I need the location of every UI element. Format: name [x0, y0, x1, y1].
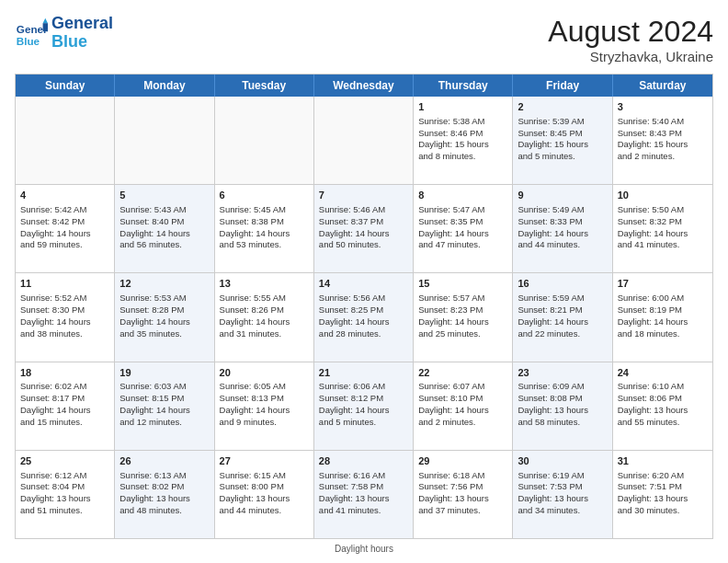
calendar-row: 1Sunrise: 5:38 AM Sunset: 8:46 PM Daylig…	[16, 97, 712, 184]
day-number: 17	[618, 277, 708, 291]
day-number: 25	[20, 454, 109, 468]
calendar-cell	[215, 97, 314, 184]
calendar-cell: 1Sunrise: 5:38 AM Sunset: 8:46 PM Daylig…	[414, 97, 513, 184]
day-number: 22	[418, 366, 507, 380]
calendar-cell: 9Sunrise: 5:49 AM Sunset: 8:33 PM Daylig…	[513, 185, 612, 272]
day-info: Sunrise: 6:18 AM Sunset: 7:56 PM Dayligh…	[418, 470, 507, 517]
calendar-cell: 28Sunrise: 6:16 AM Sunset: 7:58 PM Dayli…	[314, 451, 414, 538]
calendar-cell	[16, 97, 115, 184]
calendar-body: 1Sunrise: 5:38 AM Sunset: 8:46 PM Daylig…	[16, 97, 712, 538]
svg-text:Blue: Blue	[17, 34, 40, 46]
day-number: 23	[518, 366, 607, 380]
day-info: Sunrise: 5:43 AM Sunset: 8:40 PM Dayligh…	[119, 204, 209, 251]
calendar-cell: 19Sunrise: 6:03 AM Sunset: 8:15 PM Dayli…	[115, 362, 214, 450]
calendar-header-cell: Monday	[115, 75, 214, 97]
day-info: Sunrise: 6:16 AM Sunset: 7:58 PM Dayligh…	[319, 470, 408, 517]
calendar-cell: 25Sunrise: 6:12 AM Sunset: 8:04 PM Dayli…	[16, 451, 115, 538]
day-info: Sunrise: 5:53 AM Sunset: 8:28 PM Dayligh…	[119, 293, 209, 339]
calendar-cell	[314, 97, 414, 184]
day-number: 26	[119, 454, 209, 468]
calendar-cell: 16Sunrise: 5:59 AM Sunset: 8:21 PM Dayli…	[513, 273, 612, 361]
day-number: 11	[20, 277, 109, 291]
day-number: 5	[119, 189, 209, 202]
calendar-row: 25Sunrise: 6:12 AM Sunset: 8:04 PM Dayli…	[16, 450, 712, 538]
logo-icon: General Blue	[15, 17, 48, 50]
logo: General Blue General Blue	[15, 15, 113, 52]
day-info: Sunrise: 6:12 AM Sunset: 8:04 PM Dayligh…	[20, 470, 109, 517]
day-info: Sunrise: 6:07 AM Sunset: 8:10 PM Dayligh…	[418, 381, 507, 428]
day-number: 19	[119, 366, 209, 380]
day-info: Sunrise: 6:06 AM Sunset: 8:12 PM Dayligh…	[319, 381, 408, 428]
title-block: August 2024 Stryzhavka, Ukraine	[548, 15, 713, 64]
calendar-cell: 4Sunrise: 5:42 AM Sunset: 8:42 PM Daylig…	[16, 185, 115, 272]
calendar-cell: 31Sunrise: 6:20 AM Sunset: 7:51 PM Dayli…	[613, 451, 712, 538]
day-number: 20	[220, 366, 309, 380]
page: General Blue General Blue August 2024 St…	[0, 0, 728, 563]
day-info: Sunrise: 5:56 AM Sunset: 8:25 PM Dayligh…	[319, 293, 408, 339]
day-info: Sunrise: 6:20 AM Sunset: 7:51 PM Dayligh…	[618, 470, 708, 517]
day-number: 28	[319, 454, 408, 468]
calendar-cell: 13Sunrise: 5:55 AM Sunset: 8:26 PM Dayli…	[215, 273, 314, 361]
day-number: 21	[319, 366, 408, 380]
svg-marker-2	[43, 18, 48, 23]
calendar-cell: 11Sunrise: 5:52 AM Sunset: 8:30 PM Dayli…	[16, 273, 115, 361]
header: General Blue General Blue August 2024 St…	[15, 15, 713, 64]
calendar-cell: 3Sunrise: 5:40 AM Sunset: 8:43 PM Daylig…	[613, 97, 712, 184]
day-number: 18	[20, 366, 109, 380]
day-number: 7	[319, 189, 408, 202]
day-number: 14	[319, 277, 408, 291]
day-number: 10	[618, 189, 708, 202]
calendar-cell: 23Sunrise: 6:09 AM Sunset: 8:08 PM Dayli…	[513, 362, 612, 450]
day-info: Sunrise: 5:39 AM Sunset: 8:45 PM Dayligh…	[518, 116, 607, 163]
calendar-header-cell: Thursday	[414, 75, 513, 97]
calendar-cell: 18Sunrise: 6:02 AM Sunset: 8:17 PM Dayli…	[16, 362, 115, 450]
calendar-row: 4Sunrise: 5:42 AM Sunset: 8:42 PM Daylig…	[16, 184, 712, 272]
calendar-cell: 22Sunrise: 6:07 AM Sunset: 8:10 PM Dayli…	[414, 362, 513, 450]
calendar-cell: 24Sunrise: 6:10 AM Sunset: 8:06 PM Dayli…	[613, 362, 712, 450]
day-info: Sunrise: 5:46 AM Sunset: 8:37 PM Dayligh…	[319, 204, 408, 251]
calendar-cell: 5Sunrise: 5:43 AM Sunset: 8:40 PM Daylig…	[115, 185, 214, 272]
calendar-row: 18Sunrise: 6:02 AM Sunset: 8:17 PM Dayli…	[16, 362, 712, 450]
day-info: Sunrise: 6:09 AM Sunset: 8:08 PM Dayligh…	[518, 381, 607, 428]
location: Stryzhavka, Ukraine	[548, 49, 713, 64]
calendar-header-cell: Tuesday	[215, 75, 314, 97]
day-info: Sunrise: 6:03 AM Sunset: 8:15 PM Dayligh…	[119, 381, 209, 428]
day-info: Sunrise: 5:57 AM Sunset: 8:23 PM Dayligh…	[418, 293, 507, 339]
day-info: Sunrise: 6:00 AM Sunset: 8:19 PM Dayligh…	[618, 293, 708, 339]
calendar-cell: 26Sunrise: 6:13 AM Sunset: 8:02 PM Dayli…	[115, 451, 214, 538]
day-number: 9	[518, 189, 607, 202]
day-number: 6	[220, 189, 309, 202]
day-info: Sunrise: 5:50 AM Sunset: 8:32 PM Dayligh…	[618, 204, 708, 251]
calendar-cell: 10Sunrise: 5:50 AM Sunset: 8:32 PM Dayli…	[613, 185, 712, 272]
day-number: 30	[518, 454, 607, 468]
day-number: 3	[618, 100, 708, 114]
day-info: Sunrise: 6:05 AM Sunset: 8:13 PM Dayligh…	[220, 381, 309, 428]
calendar-header-cell: Wednesday	[314, 75, 414, 97]
day-number: 29	[418, 454, 507, 468]
day-number: 16	[518, 277, 607, 291]
day-info: Sunrise: 5:59 AM Sunset: 8:21 PM Dayligh…	[518, 293, 607, 339]
day-number: 8	[418, 189, 507, 202]
day-number: 13	[220, 277, 309, 291]
day-info: Sunrise: 5:47 AM Sunset: 8:35 PM Dayligh…	[418, 204, 507, 251]
day-info: Sunrise: 5:42 AM Sunset: 8:42 PM Dayligh…	[20, 204, 109, 251]
calendar-cell: 8Sunrise: 5:47 AM Sunset: 8:35 PM Daylig…	[414, 185, 513, 272]
calendar-cell: 30Sunrise: 6:19 AM Sunset: 7:53 PM Dayli…	[513, 451, 612, 538]
day-info: Sunrise: 6:13 AM Sunset: 8:02 PM Dayligh…	[119, 470, 209, 517]
day-number: 24	[618, 366, 708, 380]
day-info: Sunrise: 6:19 AM Sunset: 7:53 PM Dayligh…	[518, 470, 607, 517]
logo-text: General Blue	[51, 15, 113, 52]
day-info: Sunrise: 6:02 AM Sunset: 8:17 PM Dayligh…	[20, 381, 109, 428]
calendar-cell: 20Sunrise: 6:05 AM Sunset: 8:13 PM Dayli…	[215, 362, 314, 450]
day-number: 2	[518, 100, 607, 114]
day-info: Sunrise: 6:15 AM Sunset: 8:00 PM Dayligh…	[220, 470, 309, 517]
day-number: 12	[119, 277, 209, 291]
calendar-header: SundayMondayTuesdayWednesdayThursdayFrid…	[16, 75, 712, 97]
calendar-cell: 15Sunrise: 5:57 AM Sunset: 8:23 PM Dayli…	[414, 273, 513, 361]
footnote: Daylight hours	[15, 544, 713, 554]
day-info: Sunrise: 5:38 AM Sunset: 8:46 PM Dayligh…	[418, 116, 507, 163]
calendar: SundayMondayTuesdayWednesdayThursdayFrid…	[15, 74, 713, 539]
calendar-cell: 29Sunrise: 6:18 AM Sunset: 7:56 PM Dayli…	[414, 451, 513, 538]
calendar-row: 11Sunrise: 5:52 AM Sunset: 8:30 PM Dayli…	[16, 272, 712, 361]
day-number: 31	[618, 454, 708, 468]
